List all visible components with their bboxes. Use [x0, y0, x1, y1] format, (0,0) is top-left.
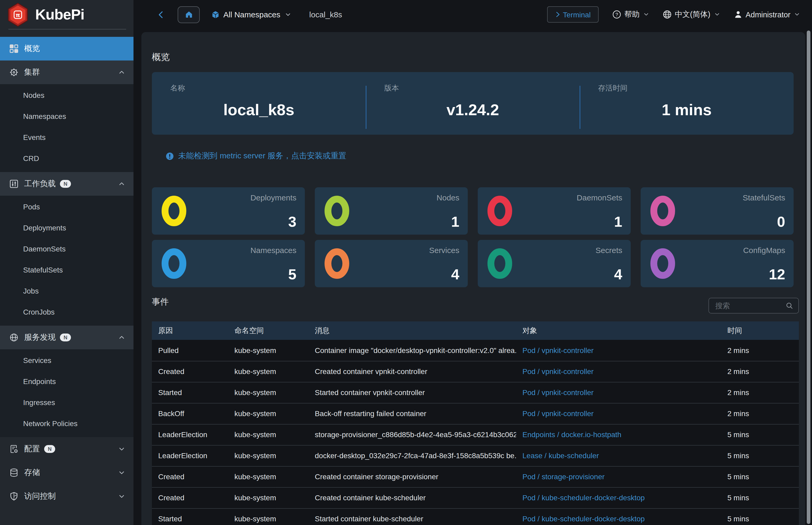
sidebar-item-pods[interactable]: Pods [0, 196, 134, 217]
event-message: storage-provisioner_c886d85b-d4e2-4ea5-9… [309, 424, 516, 445]
event-object-link[interactable]: Pod / kube-scheduler-docker-desktop [522, 493, 645, 502]
search-input[interactable] [714, 301, 786, 310]
sidebar-item-nodes[interactable]: Nodes [0, 85, 134, 106]
chevron-down-icon [643, 12, 649, 17]
help-menu[interactable]: ? 帮助 [612, 10, 649, 19]
home-button[interactable] [178, 6, 200, 23]
stat-card-statefulsets[interactable]: StatefulSets0 [641, 187, 794, 235]
sidebar-item-events[interactable]: Events [0, 127, 134, 148]
namespace-selector[interactable]: All Namespaces [211, 10, 292, 19]
event-object-link[interactable]: Pod / kube-scheduler-docker-desktop [522, 514, 645, 523]
sidebar-item-label: 工作负载 [24, 179, 56, 189]
back-chevron-icon[interactable] [157, 10, 165, 19]
cluster-info-card: 名称 local_k8s 版本 v1.24.2 存活时间 1 mins [152, 72, 794, 135]
stat-label: ConfigMaps [743, 246, 785, 255]
sidebar-item-4[interactable]: 配置N [0, 437, 134, 461]
sidebar-item-label: 访问控制 [24, 491, 56, 501]
sidebar-item-endpoints[interactable]: Endpoints [0, 371, 134, 392]
stat-card-nodes[interactable]: Nodes1 [315, 187, 468, 235]
stat-value: 0 [777, 213, 785, 230]
event-object-link[interactable]: Pod / vpnkit-controller [522, 367, 594, 376]
donut-ring-icon [487, 248, 512, 279]
sidebar-item-overview[interactable]: 概览 [0, 37, 134, 60]
language-menu[interactable]: 中文(简体) [663, 10, 720, 19]
event-message: Created container vpnkit-controller [309, 361, 516, 382]
sidebar-item-daemonsets[interactable]: DaemonSets [0, 238, 134, 259]
stat-card-daemonsets[interactable]: DaemonSets1 [478, 187, 631, 235]
sidebar-item-3[interactable]: 服务发现N [0, 326, 134, 349]
stat-card-secrets[interactable]: Secrets4 [478, 240, 631, 287]
sidebar-item-ingresses[interactable]: Ingresses [0, 392, 134, 413]
sidebar-item-namespaces[interactable]: Namespaces [0, 106, 134, 127]
stat-label: StatefulSets [743, 193, 785, 202]
event-time: 5 mins [721, 445, 799, 466]
chevron-down-icon [118, 493, 125, 500]
table-row: Startedkube-systemStarted container vpnk… [152, 382, 799, 403]
sidebar-item-crd[interactable]: CRD [0, 148, 134, 169]
event-namespace: kube-system [228, 361, 309, 382]
chevron-down-icon [794, 12, 800, 17]
table-row: BackOffkube-systemBack-off restarting fa… [152, 403, 799, 424]
kubepi-logo-icon: π [7, 3, 29, 27]
events-column-header: 命名空间 [228, 321, 309, 340]
cluster-name-value: local_k8s [152, 101, 366, 119]
stat-card-namespaces[interactable]: Namespaces5 [152, 240, 305, 287]
sidebar-item-statefulsets[interactable]: StatefulSets [0, 259, 134, 280]
kubepi-app: π KubePi 概览集群NodesNamespacesEventsCRD工作负… [0, 0, 812, 525]
sidebar-item-6[interactable]: 访问控制 [0, 484, 134, 508]
stat-card-services[interactable]: Services4 [315, 240, 468, 287]
access-icon [10, 492, 18, 501]
sidebar-item-cronjobs[interactable]: CronJobs [0, 301, 134, 322]
sidebar-item-network-policies[interactable]: Network Policies [0, 413, 134, 434]
events-table: 原因命名空间消息对象时间 Pulledkube-systemContainer … [152, 321, 799, 525]
page-title: 概览 [152, 51, 170, 63]
chevron-down-icon [285, 11, 292, 18]
donut-ring-icon [487, 195, 512, 227]
search-icon[interactable] [786, 302, 793, 309]
logo[interactable]: π KubePi [0, 0, 134, 29]
event-object-link[interactable]: Lease / kube-scheduler [522, 451, 599, 460]
table-row: LeaderElectionkube-systemstorage-provisi… [152, 424, 799, 445]
sidebar-item-deployments[interactable]: Deployments [0, 217, 134, 238]
event-time: 5 mins [721, 466, 799, 487]
event-object-link[interactable]: Endpoints / docker.io-hostpath [522, 430, 622, 439]
event-reason: Started [152, 508, 228, 525]
terminal-chevron-icon [555, 12, 561, 17]
donut-ring-icon [161, 248, 187, 279]
stat-card-configmaps[interactable]: ConfigMaps12 [641, 240, 794, 287]
sidebar-item-1[interactable]: 集群 [0, 60, 134, 84]
event-object-link[interactable]: Pod / vpnkit-controller [522, 388, 594, 396]
event-object-link[interactable]: Pod / vpnkit-controller [522, 346, 594, 355]
sidebar-item-jobs[interactable]: Jobs [0, 280, 134, 301]
event-message: Created container kube-scheduler [309, 487, 516, 508]
event-namespace: kube-system [228, 382, 309, 403]
user-menu[interactable]: Administrator [733, 10, 800, 19]
event-object-cell: Pod / kube-scheduler-docker-desktop [516, 487, 721, 508]
event-message: Created container storage-provisioner [309, 466, 516, 487]
sidebar-menu: 概览集群NodesNamespacesEventsCRD工作负载NPodsDep… [0, 29, 134, 508]
sidebar-submenu: ServicesEndpointsIngressesNetwork Polici… [0, 349, 134, 437]
sidebar-item-5[interactable]: 存储 [0, 461, 134, 484]
language-label: 中文(简体) [675, 10, 710, 19]
table-row: Startedkube-systemStarted container kube… [152, 508, 799, 525]
stat-card-deployments[interactable]: Deployments3 [152, 187, 305, 235]
event-object-link[interactable]: Pod / vpnkit-controller [522, 409, 594, 418]
event-time: 5 mins [721, 487, 799, 508]
page-scrollbar[interactable] [807, 30, 810, 524]
cluster-age-section: 存活时间 1 mins [580, 72, 794, 135]
donut-ring-icon [650, 195, 675, 227]
sidebar-item-2[interactable]: 工作负载N [0, 172, 134, 196]
table-row: LeaderElectionkube-systemdocker-desktop_… [152, 445, 799, 466]
event-time: 2 mins [721, 382, 799, 403]
table-row: Pulledkube-systemContainer image "docker… [152, 340, 799, 361]
event-reason: Created [152, 466, 228, 487]
terminal-button[interactable]: Terminal [547, 6, 599, 22]
chevron-up-icon [118, 180, 125, 187]
stat-label: Secrets [595, 246, 622, 255]
cluster-name-label: 名称 [170, 84, 185, 93]
sidebar-item-services[interactable]: Services [0, 350, 134, 371]
metric-server-alert[interactable]: 未能检测到 metric server 服务，点击安装或重置 [166, 151, 346, 161]
home-icon [185, 11, 193, 18]
event-object-link[interactable]: Pod / storage-provisioner [522, 472, 605, 481]
event-reason: Created [152, 361, 228, 382]
